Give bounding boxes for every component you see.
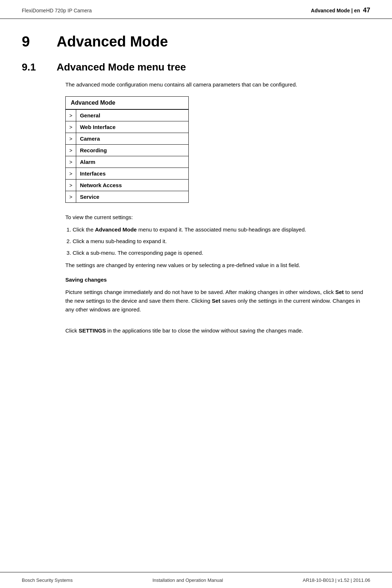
menu-label: Alarm bbox=[76, 156, 189, 168]
menu-label: Web Interface bbox=[76, 121, 189, 133]
footer-manual: Installation and Operation Manual bbox=[152, 577, 223, 583]
menu-label: Interfaces bbox=[76, 168, 189, 180]
instructions-extra: The settings are changed by entering new… bbox=[65, 261, 370, 270]
main-content: 9 Advanced Mode 9.1 Advanced Mode menu t… bbox=[0, 19, 392, 572]
saving-text-1: Picture settings change immediately and … bbox=[65, 288, 370, 314]
menu-tree-row: >Service bbox=[66, 191, 189, 203]
menu-tree-row: >Alarm bbox=[66, 156, 189, 168]
menu-tree-header-row: Advanced Mode bbox=[66, 97, 189, 110]
menu-tree-row: >Recording bbox=[66, 145, 189, 156]
page: FlexiDomeHD 720p IP Camera Advanced Mode… bbox=[0, 0, 392, 588]
menu-tree-row: >Interfaces bbox=[66, 168, 189, 180]
chapter-number: 9 bbox=[22, 33, 44, 50]
menu-label: General bbox=[76, 109, 189, 121]
section-title: Advanced Mode menu tree bbox=[57, 61, 186, 73]
menu-label: Recording bbox=[76, 145, 189, 156]
instructions-intro: To view the current settings: bbox=[65, 213, 370, 222]
menu-arrow: > bbox=[66, 168, 76, 180]
menu-tree-table: Advanced Mode >General>Web Interface>Cam… bbox=[65, 96, 189, 203]
footer-company: Bosch Security Systems bbox=[22, 577, 73, 583]
menu-arrow: > bbox=[66, 191, 76, 203]
menu-arrow: > bbox=[66, 156, 76, 168]
section-heading: 9.1 Advanced Mode menu tree bbox=[22, 61, 370, 73]
menu-arrow: > bbox=[66, 180, 76, 191]
menu-tree-container: Advanced Mode >General>Web Interface>Cam… bbox=[65, 96, 370, 203]
chapter-title: Advanced Mode bbox=[57, 33, 168, 50]
saving-heading: Saving changes bbox=[65, 275, 370, 284]
saving-text-2: Click SETTINGS in the applications title… bbox=[65, 326, 370, 335]
menu-label: Camera bbox=[76, 133, 189, 145]
menu-tree-header-cell: Advanced Mode bbox=[66, 97, 189, 110]
section-number: 9.1 bbox=[22, 61, 44, 73]
menu-label: Network Access bbox=[76, 180, 189, 191]
menu-arrow: > bbox=[66, 121, 76, 133]
menu-tree-row: >General bbox=[66, 109, 189, 121]
menu-tree-row: >Web Interface bbox=[66, 121, 189, 133]
header-right: Advanced Mode | en47 bbox=[311, 7, 370, 14]
header-separator: | en bbox=[350, 8, 360, 13]
header-section-label: Advanced Mode bbox=[311, 8, 350, 13]
intro-paragraph: The advanced mode configuration menu con… bbox=[65, 80, 370, 89]
page-footer: Bosch Security Systems Installation and … bbox=[0, 572, 392, 588]
step-item: Click a sub-menu. The corresponding page… bbox=[73, 249, 370, 257]
menu-label: Service bbox=[76, 191, 189, 203]
menu-tree-row: >Network Access bbox=[66, 180, 189, 191]
header-page-number: 47 bbox=[363, 7, 370, 14]
page-header: FlexiDomeHD 720p IP Camera Advanced Mode… bbox=[0, 0, 392, 19]
instructions-block: To view the current settings: Click the … bbox=[65, 213, 370, 335]
menu-arrow: > bbox=[66, 133, 76, 145]
instructions-steps: Click the Advanced Mode menu to expand i… bbox=[73, 225, 370, 257]
step-item: Click a menu sub-heading to expand it. bbox=[73, 237, 370, 246]
header-product-name: FlexiDomeHD 720p IP Camera bbox=[22, 8, 92, 13]
chapter-heading: 9 Advanced Mode bbox=[22, 33, 370, 50]
menu-arrow: > bbox=[66, 145, 76, 156]
footer-document-info: AR18-10-B013 | v1.52 | 2011.06 bbox=[303, 577, 370, 583]
menu-tree-row: >Camera bbox=[66, 133, 189, 145]
step-item: Click the Advanced Mode menu to expand i… bbox=[73, 225, 370, 234]
menu-arrow: > bbox=[66, 109, 76, 121]
